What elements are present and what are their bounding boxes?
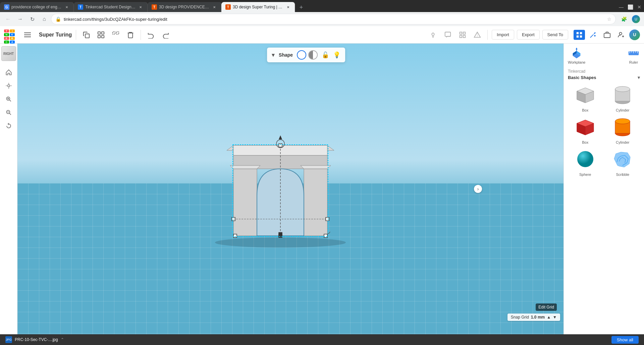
back-button[interactable]: ←: [3, 14, 13, 24]
edit-grid-button[interactable]: Edit Grid: [536, 303, 557, 311]
tab-4-close[interactable]: ✕: [285, 4, 291, 10]
svg-marker-42: [301, 165, 331, 169]
home-view-button[interactable]: [3, 66, 15, 78]
profile-avatar: U: [632, 15, 640, 23]
group-button[interactable]: [95, 29, 107, 41]
grid-view-button[interactable]: [574, 30, 585, 40]
shape-box-red[interactable]: Box: [568, 115, 603, 144]
zoom-out-button[interactable]: [3, 107, 15, 119]
tab-2-close[interactable]: ✕: [138, 4, 143, 10]
view-cube[interactable]: RIGHT: [1, 46, 16, 61]
workplane-button[interactable]: Workplane: [568, 47, 585, 64]
file-expand-icon[interactable]: ⌃: [61, 337, 64, 342]
show-all-button[interactable]: Show all: [611, 336, 639, 344]
shape-scribble[interactable]: Scribble: [605, 147, 640, 177]
ruler-button[interactable]: Ruler: [627, 47, 640, 64]
shape-cylinder-orange[interactable]: Cylinder: [605, 115, 640, 144]
address-bar[interactable]: 🔒 tinkercad.com/things/3uDcQZAkFKo-super…: [51, 14, 616, 24]
maximize-button[interactable]: ⬜: [628, 4, 633, 10]
snap-grid-down[interactable]: ▼: [553, 315, 557, 320]
sphere-svg: [574, 149, 597, 169]
tab-add-button[interactable]: +: [297, 3, 306, 12]
user-avatar[interactable]: U: [629, 29, 640, 40]
fit-view-button[interactable]: [3, 80, 15, 92]
sendto-label: Send To: [547, 32, 563, 37]
tab-3[interactable]: T 3D design PROVIDENCE | Tinker... ✕: [148, 2, 221, 12]
section-title: Basic Shapes ▾: [564, 74, 644, 83]
copy-icon: [83, 31, 90, 39]
forward-button[interactable]: →: [15, 14, 25, 24]
zoom-in-icon: [5, 96, 12, 102]
shape-cylinder-gray[interactable]: Cylinder: [605, 83, 640, 112]
tinkercad-logo[interactable]: T I N K E R C A: [4, 29, 15, 40]
svg-point-24: [620, 32, 622, 34]
arch-model-svg: [207, 125, 354, 253]
svg-rect-14: [460, 35, 462, 37]
add-user-icon: [618, 31, 625, 39]
extensions-button[interactable]: 🧩: [619, 14, 629, 24]
tab-3-favicon: T: [152, 4, 157, 10]
menu-button[interactable]: [21, 29, 34, 41]
shape-box-gray[interactable]: Box: [568, 83, 603, 112]
tab-3-close[interactable]: ✕: [212, 4, 217, 10]
sendto-button[interactable]: Send To: [542, 30, 568, 40]
section-dropdown-icon[interactable]: ▾: [638, 75, 640, 80]
file-name: PRC-10-Sec-TVC-....jpg: [15, 337, 58, 342]
section-title-text: Basic Shapes: [568, 75, 596, 80]
export-button[interactable]: Export: [517, 30, 540, 40]
tab-4[interactable]: T 3D design Super Turing | Tinkerc... ✕: [221, 2, 295, 12]
view-cube-container: RIGHT: [1, 46, 16, 61]
logo-e: E: [4, 37, 9, 40]
tab-1[interactable]: G providence college of engineerin... ✕: [0, 2, 74, 12]
undo-button[interactable]: [145, 29, 157, 41]
svg-rect-5: [102, 31, 104, 34]
ungroup-button[interactable]: [110, 29, 122, 41]
edit-grid-label-text: Edit Grid: [538, 305, 554, 309]
canvas-area[interactable]: ▾ Shape 🔓 💡 › Edit Grid Snap Grid 1.0 mm…: [17, 44, 564, 334]
svg-rect-18: [577, 32, 579, 34]
refresh-button[interactable]: ↻: [27, 14, 38, 24]
undo-icon: [147, 31, 155, 39]
svg-rect-20: [577, 35, 579, 37]
redo-button[interactable]: [160, 29, 172, 41]
pickaxe-icon[interactable]: [587, 29, 599, 41]
svg-rect-15: [463, 35, 465, 37]
profile-button[interactable]: U: [631, 14, 641, 24]
view-icon[interactable]: [457, 29, 469, 41]
delete-button[interactable]: [124, 29, 137, 41]
briefcase-icon[interactable]: [601, 29, 613, 41]
rotate-button[interactable]: [3, 120, 15, 132]
panel-collapse-button[interactable]: ›: [474, 185, 482, 193]
snap-grid-up[interactable]: ▲: [547, 315, 551, 320]
shape-box-red-preview: [572, 115, 599, 139]
home-icon: [5, 69, 12, 76]
minimize-button[interactable]: —: [619, 4, 624, 10]
logo-i: I: [10, 29, 15, 32]
star-icon[interactable]: ☆: [607, 16, 611, 22]
add-user-button[interactable]: [615, 29, 627, 41]
light-icon[interactable]: [427, 29, 439, 41]
copy-button[interactable]: [80, 29, 92, 41]
comment-icon: [444, 31, 451, 39]
svg-point-71: [615, 86, 630, 92]
close-button[interactable]: ✕: [637, 4, 641, 10]
tab-4-favicon: T: [225, 4, 231, 10]
shape-options: [297, 50, 318, 60]
light-toggle[interactable]: 💡: [333, 51, 340, 59]
shape-sphere-preview: [572, 147, 599, 171]
svg-rect-8: [113, 31, 115, 34]
tab-2[interactable]: T Tinkercad Student Design Conte... ✕: [74, 2, 148, 12]
tab-1-close[interactable]: ✕: [64, 4, 69, 10]
hole-shape-option[interactable]: [308, 50, 318, 60]
import-button[interactable]: Import: [492, 30, 514, 40]
home-button[interactable]: ⌂: [39, 14, 50, 24]
note-icon[interactable]: [442, 29, 454, 41]
zoom-in-button[interactable]: [3, 93, 15, 105]
solid-shape-option[interactable]: [297, 50, 306, 60]
lock-toggle[interactable]: 🔓: [322, 51, 329, 59]
triangle-icon[interactable]: [471, 29, 483, 41]
shape-dropdown-arrow[interactable]: ▾: [272, 51, 275, 59]
svg-rect-9: [116, 31, 119, 34]
shape-sphere[interactable]: Sphere: [568, 147, 603, 177]
group-icon: [97, 31, 105, 39]
